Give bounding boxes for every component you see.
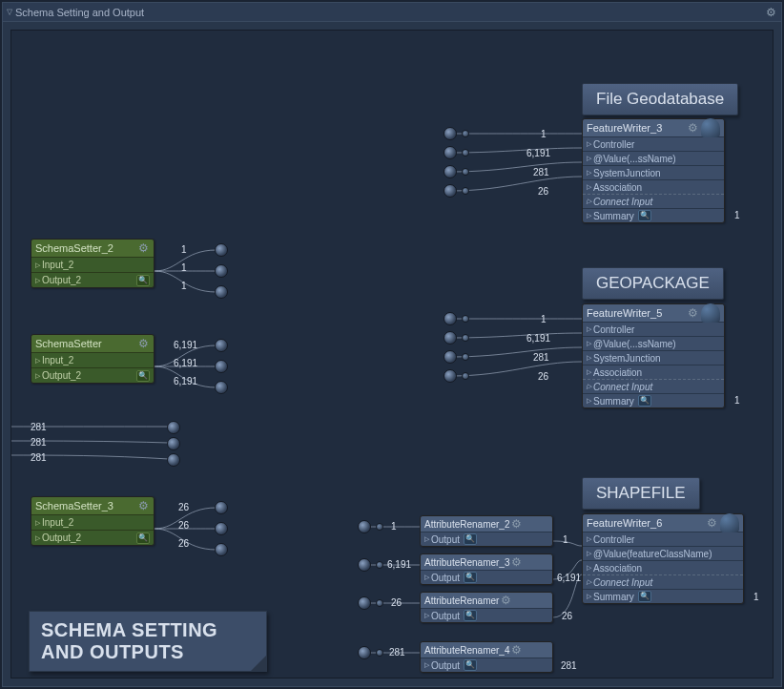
database-icon — [701, 303, 720, 323]
section-shp: SHAPEFILE — [582, 477, 700, 510]
count-label: 281 — [561, 660, 577, 671]
port[interactable] — [444, 312, 457, 325]
port[interactable] — [376, 649, 383, 657]
gear-icon[interactable]: ⚙ — [499, 594, 512, 607]
inspect-icon[interactable]: 🔍 — [638, 210, 651, 221]
port[interactable] — [358, 520, 371, 533]
port[interactable] — [358, 558, 371, 572]
node-schemasetter-3[interactable]: SchemaSetter_3⚙ ▷Input_2 ▷Output_2🔍 — [31, 496, 155, 546]
collapse-icon[interactable]: ▽ — [7, 8, 12, 16]
inspect-icon[interactable]: 🔍 — [464, 572, 477, 583]
port[interactable] — [444, 369, 457, 383]
port[interactable] — [444, 127, 457, 140]
port[interactable] — [167, 453, 180, 467]
port[interactable] — [215, 543, 228, 556]
node-featurewriter-5[interactable]: FeatureWriter_5⚙ ▷Controller ▷@Value(...… — [582, 303, 725, 408]
count-label: 281 — [31, 437, 47, 448]
port[interactable] — [215, 381, 228, 394]
count-label: 6,191 — [174, 358, 197, 368]
node-attributerenamer[interactable]: AttributeRenamer⚙ ▷Output🔍 — [420, 592, 553, 623]
port[interactable] — [444, 350, 457, 364]
port[interactable] — [358, 596, 371, 610]
port[interactable] — [376, 599, 383, 607]
node-attributerenamer-4[interactable]: AttributeRenamer_4⚙ ▷Output🔍 — [420, 641, 553, 673]
count-label: 1 — [563, 534, 568, 545]
section-filegdb: File Geodatabase — [582, 83, 738, 115]
inspect-icon[interactable]: 🔍 — [136, 532, 150, 544]
count-label: 1 — [181, 244, 187, 255]
inspect-icon[interactable]: 🔍 — [136, 370, 150, 382]
gear-icon[interactable]: ⚙ — [510, 643, 524, 657]
port[interactable] — [444, 184, 457, 198]
gear-icon[interactable]: ⚙ — [510, 555, 524, 569]
count-label: 6,191 — [557, 573, 581, 583]
gear-icon[interactable]: ⚙ — [136, 337, 150, 350]
port[interactable] — [358, 646, 371, 659]
count-label: 281 — [31, 452, 47, 463]
gear-icon[interactable]: ⚙ — [510, 517, 524, 531]
count-label: 1 — [181, 262, 187, 273]
port[interactable] — [376, 523, 383, 531]
gear-icon[interactable]: ⚙ — [764, 6, 777, 19]
port[interactable] — [444, 146, 457, 159]
node-attributerenamer-3[interactable]: AttributeRenamer_3⚙ ▷Output🔍 — [420, 553, 553, 585]
port[interactable] — [462, 334, 469, 342]
count-label: 26 — [178, 520, 189, 531]
count-label: 281 — [533, 352, 549, 363]
count-label: 6,191 — [526, 148, 550, 158]
node-schemasetter[interactable]: SchemaSetter⚙ ▷Input_2 ▷Output_2🔍 — [31, 334, 155, 384]
count-label: 1 — [753, 592, 759, 602]
port[interactable] — [215, 243, 228, 257]
port[interactable] — [167, 421, 180, 434]
count-label: 6,191 — [526, 333, 550, 344]
count-label: 1 — [734, 210, 740, 220]
port[interactable] — [215, 522, 228, 535]
inspect-icon[interactable]: 🔍 — [464, 610, 477, 621]
port[interactable] — [462, 372, 469, 380]
port[interactable] — [167, 437, 180, 450]
port[interactable] — [462, 130, 469, 137]
inspect-icon[interactable]: 🔍 — [464, 533, 477, 545]
count-label: 1 — [541, 129, 547, 139]
node-featurewriter-3[interactable]: FeatureWriter_3⚙ ▷Controller ▷@Value(...… — [582, 118, 725, 223]
window-title: Schema Setting and Output — [15, 7, 144, 18]
node-featurewriter-6[interactable]: FeatureWriter_6⚙ ▷Controller ▷@Value(fea… — [582, 513, 744, 604]
database-icon — [701, 118, 720, 137]
canvas[interactable]: File Geodatabase GEOPACKAGE SHAPEFILE Sc… — [10, 30, 774, 679]
inspect-icon[interactable]: 🔍 — [638, 395, 651, 407]
count-label: 26 — [178, 502, 189, 512]
port[interactable] — [462, 168, 469, 176]
node-schemasetter-2[interactable]: SchemaSetter_2⚙ ▷Input_2 ▷Output_2🔍 — [31, 239, 155, 288]
port[interactable] — [462, 353, 469, 361]
count-label: 281 — [31, 422, 47, 432]
count-label: 1 — [541, 314, 547, 324]
count-label: 1 — [181, 281, 187, 291]
gear-icon[interactable]: ⚙ — [136, 241, 150, 255]
port[interactable] — [444, 165, 457, 178]
inspect-icon[interactable]: 🔍 — [638, 591, 651, 602]
count-label: 26 — [538, 186, 548, 197]
inspect-icon[interactable]: 🔍 — [464, 659, 477, 671]
port[interactable] — [215, 339, 228, 352]
node-attributerenamer-2[interactable]: AttributeRenamer_2⚙ ▷Output🔍 — [420, 515, 553, 547]
count-label: 6,191 — [174, 340, 197, 350]
port[interactable] — [462, 187, 469, 195]
titlebar[interactable]: ▽ Schema Setting and Output ⚙ — [3, 3, 781, 22]
gear-icon[interactable]: ⚙ — [686, 306, 699, 320]
port[interactable] — [215, 285, 228, 299]
inspect-icon[interactable]: 🔍 — [136, 275, 150, 286]
count-label: 26 — [562, 611, 572, 621]
port[interactable] — [215, 501, 228, 514]
count-label: 1 — [391, 521, 397, 532]
database-icon — [720, 513, 739, 532]
gear-icon[interactable]: ⚙ — [686, 121, 699, 135]
count-label: 26 — [538, 371, 548, 382]
port[interactable] — [376, 561, 383, 569]
port[interactable] — [462, 149, 469, 157]
gear-icon[interactable]: ⚙ — [705, 516, 718, 530]
port[interactable] — [215, 264, 228, 278]
port[interactable] — [462, 315, 469, 323]
port[interactable] — [215, 360, 228, 373]
port[interactable] — [444, 331, 457, 344]
gear-icon[interactable]: ⚙ — [136, 499, 150, 512]
